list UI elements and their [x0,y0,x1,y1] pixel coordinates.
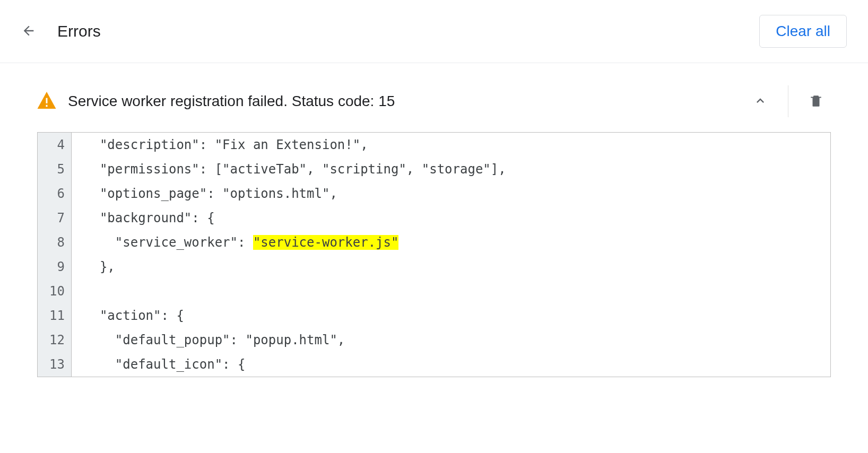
svg-rect-1 [46,105,48,107]
line-content: "service_worker": "service-worker.js" [72,230,830,255]
svg-rect-0 [46,98,48,103]
code-line: 5 "permissions": ["activeTab", "scriptin… [38,157,830,181]
line-content: "default_icon": { [72,352,830,377]
delete-error-button[interactable] [801,86,831,116]
highlighted-token: "service-worker.js" [253,235,399,250]
clear-all-button[interactable]: Clear all [759,15,847,48]
code-line: 13 "default_icon": { [38,352,830,377]
code-line: 6 "options_page": "options.html", [38,181,830,206]
page-header: Errors Clear all [0,0,868,63]
code-line: 4 "description": "Fix an Extension!", [38,133,830,157]
arrow-left-icon [21,23,36,40]
code-line: 10 [38,279,830,303]
code-line: 8 "service_worker": "service-worker.js" [38,230,830,255]
error-message: Service worker registration failed. Stat… [68,93,745,110]
code-line: 12 "default_popup": "popup.html", [38,328,830,352]
line-content: "action": { [72,303,830,328]
line-number: 7 [38,206,72,230]
line-number: 9 [38,255,72,279]
error-summary-row[interactable]: Service worker registration failed. Stat… [37,76,831,127]
code-line: 7 "background": { [38,206,830,230]
code-snippet: 4 "description": "Fix an Extension!",5 "… [37,132,831,377]
line-number: 11 [38,303,72,328]
code-line: 11 "action": { [38,303,830,328]
line-number: 10 [38,279,72,303]
line-content: "options_page": "options.html", [72,181,830,206]
vertical-divider [788,85,788,117]
line-content: "background": { [72,206,830,230]
collapse-button[interactable] [745,86,775,116]
line-content [72,279,830,303]
line-content: "description": "Fix an Extension!", [72,133,830,157]
back-button[interactable] [16,19,41,44]
line-content: }, [72,255,830,279]
line-content: "permissions": ["activeTab", "scripting"… [72,157,830,181]
line-number: 12 [38,328,72,352]
line-number: 6 [38,181,72,206]
line-number: 13 [38,352,72,377]
line-number: 4 [38,133,72,157]
warning-icon [37,92,56,111]
line-content: "default_popup": "popup.html", [72,328,830,352]
line-number: 5 [38,157,72,181]
code-line: 9 }, [38,255,830,279]
page-title: Errors [57,22,759,40]
line-number: 8 [38,230,72,255]
chevron-up-icon [753,93,768,110]
trash-icon [809,94,823,109]
